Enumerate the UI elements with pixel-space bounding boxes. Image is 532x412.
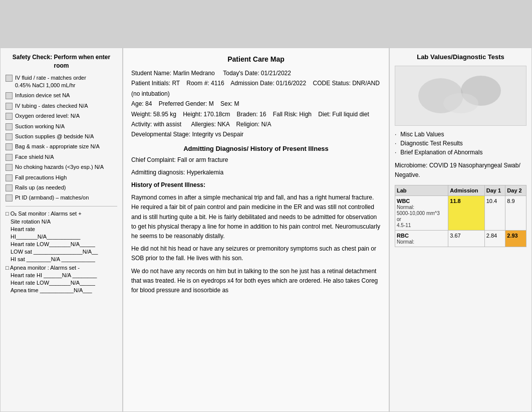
list-item: Infusion device set NA: [6, 92, 117, 99]
wbc-label: WBC: [397, 198, 410, 204]
patient-initials: Patient Initials: RT: [131, 80, 180, 87]
student-name-row: Student Name: Marlin Medrano Today's Dat…: [131, 68, 381, 78]
admitting-diagnosis: Admitting diagnosis: Hyperkalemia: [131, 168, 381, 177]
checkbox-bag-mask[interactable]: [6, 143, 13, 150]
heart-rate-label: Heart rate: [11, 226, 35, 232]
checkbox-infusion[interactable]: [6, 92, 13, 99]
lab-wbc: WBC Normal:5000-10,000 mm^3or4.5-11: [395, 196, 448, 231]
center-panel-title: Patient Care Map: [131, 55, 381, 63]
braden: Braden: 16: [237, 111, 267, 118]
iv-tubing-text: IV tubing - dates checked N/A: [15, 102, 88, 110]
bullet-item-3: · Brief Explanation of Abnormals: [395, 149, 526, 156]
checkbox-fall[interactable]: [6, 174, 13, 181]
hi-sat-text: HI sat ________N/A ___________: [11, 256, 95, 262]
checkbox-oxygen[interactable]: [6, 113, 13, 120]
bullet-text-1: Misc Lab Values: [400, 131, 444, 138]
patient-info: Student Name: Marlin Medrano Today's Dat…: [131, 68, 381, 140]
bullet-item-2: · Diagnostic Test Results: [395, 140, 526, 147]
checkbox-iv-fluid[interactable]: [6, 75, 13, 82]
preferred-gender: Preferred Gender: M: [159, 100, 214, 107]
hpi-text-3: We do not have any records on him but in…: [131, 267, 381, 296]
right-panel: Lab Values/Diagnostic Tests · Misc Lab V…: [389, 48, 532, 412]
admission-date: Admission Date: 01/16/2022: [230, 80, 306, 87]
list-item: Fall precautions High: [6, 174, 117, 181]
col-day1: Day 1: [484, 185, 505, 196]
col-day2: Day 2: [505, 185, 526, 196]
religion: Religion: N/A: [236, 121, 271, 128]
wbc-normal: Normal:5000-10,000 mm^3or4.5-11: [397, 204, 440, 228]
table-row-wbc: WBC Normal:5000-10,000 mm^3or4.5-11 11.8…: [395, 196, 526, 231]
infusion-text: Infusion device set NA: [15, 92, 70, 99]
checkbox-no-choking[interactable]: [6, 164, 13, 171]
list-item: Pt ID (armband) – matches/on: [6, 194, 117, 201]
table-row-rbc: RBC Normal: 3.67 2.84 2.93: [395, 231, 526, 247]
list-item: Face shield N/A: [6, 153, 117, 161]
iv-fluid-text: IV fluid / rate - matches order0.45% NaC…: [15, 74, 86, 90]
divider: [6, 206, 117, 207]
rails-text: Rails up (as needed): [15, 184, 66, 191]
main-container: Safety Check: Perform when enter room IV…: [0, 48, 532, 412]
fall-risk: Fall Risk: High: [273, 111, 312, 118]
center-panel: Patient Care Map Student Name: Marlin Me…: [123, 48, 389, 412]
sub-section: □ O₂ Sat monitor : Alarms set + Site rot…: [6, 211, 117, 293]
hi-sat-row: HI sat ________N/A ___________: [6, 256, 117, 262]
checkbox-suction-working[interactable]: [6, 123, 13, 130]
hr-low2-text: Heart rate LOW_______N/A_____: [11, 280, 95, 286]
sex: Sex: M: [220, 100, 239, 107]
height: Height: 170.18cm: [183, 111, 230, 118]
pt-id-text: Pt ID (armband) – matches/on: [15, 194, 89, 201]
hr-hi-row: HI_______N/A___________: [6, 234, 117, 240]
apnea-text: Apnea monitor : Alarms set -: [10, 265, 80, 271]
bullet-text-3: Brief Explanation of Abnormals: [400, 149, 482, 156]
left-panel: Safety Check: Perform when enter room IV…: [0, 48, 123, 412]
list-item: IV tubing - dates checked N/A: [6, 102, 117, 110]
checkbox-face-shield[interactable]: [6, 154, 13, 161]
bullet-icon-2: ·: [395, 140, 396, 147]
apnea-icon: □: [6, 265, 9, 271]
left-panel-title: Safety Check: Perform when enter room: [6, 53, 117, 70]
list-item: No choking hazards (<3yo esp.) N/A: [6, 163, 117, 171]
heart-rate-row: Heart rate: [6, 226, 117, 232]
hr-low-text: Heart rate LOW_______N/A_____: [11, 241, 95, 247]
hr-hi2-row: Heart rate HI ______N/A ________: [6, 272, 117, 278]
wbc-admission: 11.8: [448, 196, 484, 231]
rbc-day1: 2.84: [484, 231, 505, 247]
list-item: IV fluid / rate - matches order0.45% NaC…: [6, 74, 117, 90]
list-item: Oxygen ordered level: N/A: [6, 112, 117, 120]
patient-details-row4: Activity: with assist Allergies: NKA Rel…: [131, 119, 381, 129]
allergies: Allergies: NKA: [191, 121, 229, 128]
checkbox-iv-tubing[interactable]: [6, 103, 13, 110]
bullet-text-2: Diagnostic Test Results: [400, 140, 463, 147]
lab-rbc: RBC Normal:: [395, 231, 448, 247]
activity: Activity: with assist: [131, 121, 181, 128]
rbc-admission: 3.67: [448, 231, 484, 247]
checkbox-suction-supplies[interactable]: [6, 133, 13, 140]
rbc-normal: Normal:: [397, 239, 414, 245]
col-admission: Admission: [448, 185, 484, 196]
lab-image: [395, 66, 526, 126]
weight: Weight: 58.95 kg: [131, 111, 176, 118]
lab-table: Lab Admission Day 1 Day 2 WBC Normal:500…: [395, 185, 526, 247]
o2-sat-text: O₂ Sat monitor : Alarms set +: [11, 211, 82, 217]
site-rotation-row: Site rotation N/A: [6, 219, 117, 225]
checkbox-rails[interactable]: [6, 184, 13, 191]
list-item: Suction supplies @ bedside N/A: [6, 133, 117, 140]
chief-complaint: Chief Complaint: Fall or arm fracture: [131, 155, 381, 165]
patient-details-row3: Weight: 58.95 kg Height: 170.18cm Braden…: [131, 109, 381, 119]
microbiome-text: Microbiome: COVID 19 Nasopharyngeal Swab…: [395, 161, 526, 180]
bullet-icon-1: ·: [395, 131, 396, 138]
checkbox-pt-id[interactable]: [6, 194, 13, 201]
apnea-time-text: Apnea time ___________N/A___: [11, 287, 92, 293]
fall-precautions-text: Fall precautions High: [15, 174, 67, 181]
room-number: Room #: 4116: [186, 80, 224, 87]
suction-supplies-text: Suction supplies @ bedside N/A: [15, 133, 94, 140]
rbc-day2: 2.93: [505, 231, 526, 247]
face-shield-text: Face shield N/A: [15, 153, 54, 161]
low-sat-text: LOW sat ________________N/A__: [11, 249, 98, 255]
student-name: Student Name: Marlin Medrano: [131, 70, 215, 77]
developmental-stage-row: Developmental Stage: Integrity vs Despai…: [131, 129, 381, 139]
patient-details-row1: Patient Initials: RT Room #: 4116 Admiss…: [131, 78, 381, 99]
bullet-item-1: · Misc Lab Values: [395, 131, 526, 138]
svg-point-3: [443, 93, 478, 113]
wbc-day2: 8.9: [505, 196, 526, 231]
